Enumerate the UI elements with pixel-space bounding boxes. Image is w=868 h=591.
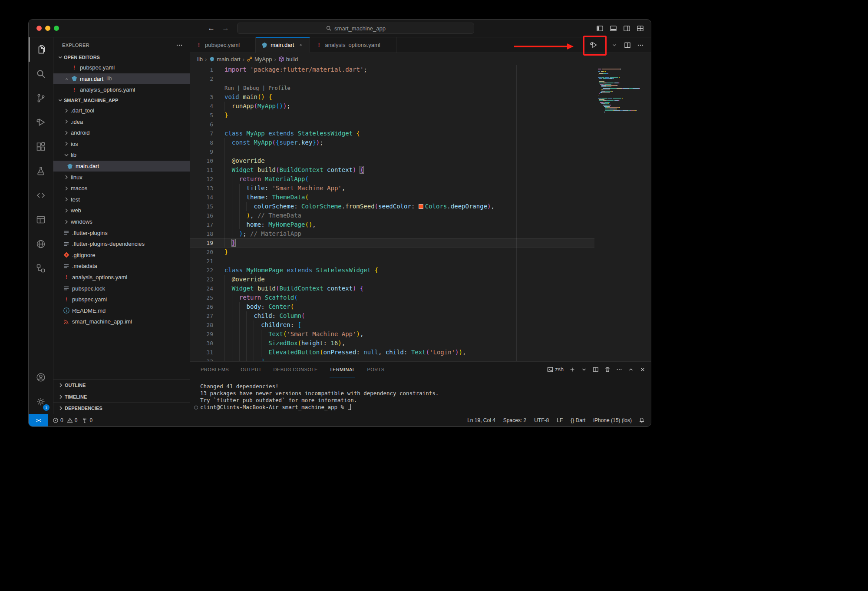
split-terminal-button[interactable]	[593, 366, 599, 373]
tree-item-.gitignore[interactable]: .gitignore	[53, 250, 190, 261]
section-timeline[interactable]: TIMELINE	[53, 391, 190, 403]
title-bar[interactable]: ← → smart_machine_app	[29, 20, 651, 37]
tree-item-.metadata[interactable]: .metadata	[53, 261, 190, 272]
run-or-debug-button[interactable]	[589, 37, 599, 53]
section-dependencies[interactable]: DEPENDENCIES	[53, 402, 190, 414]
codelens-run-debug-profile[interactable]: Run | Debug | Profile	[224, 85, 290, 91]
new-terminal-button[interactable]	[569, 366, 575, 373]
customize-layout-button[interactable]	[637, 25, 644, 32]
activity-live-preview[interactable]	[29, 232, 53, 256]
tree-item-.dart_tool[interactable]: .dart_tool	[53, 105, 190, 116]
go-back-button[interactable]: ←	[208, 24, 215, 33]
status-encoding[interactable]: UTF-8	[534, 417, 549, 423]
activity-references[interactable]	[29, 256, 53, 281]
close-window-button[interactable]	[36, 26, 42, 31]
remote-indicator[interactable]: ><	[29, 414, 48, 426]
terminal-prompt[interactable]: clint@Clints-MacBook-Air smart_machine_a…	[200, 404, 651, 411]
tree-item-README.md[interactable]: README.md	[53, 305, 190, 316]
tree-item-main.dart[interactable]: main.dart	[53, 161, 190, 172]
tree-item-ios[interactable]: ios	[53, 139, 190, 150]
activity-settings[interactable]: 1	[29, 390, 53, 414]
breadcrumb-build[interactable]: build	[278, 56, 298, 63]
close-panel-button[interactable]	[640, 366, 646, 373]
status-flutter-device[interactable]: iPhone (15) (ios)	[593, 417, 632, 423]
toggle-sidebar-button[interactable]	[596, 25, 604, 32]
tree-item-macos[interactable]: macos	[53, 183, 190, 194]
status-eol[interactable]: LF	[557, 417, 563, 423]
activity-search[interactable]	[29, 62, 53, 86]
status-language-mode[interactable]: {} Dart	[571, 417, 585, 423]
editor-more-actions-button[interactable]	[637, 37, 645, 53]
close-tab-button[interactable]	[297, 43, 304, 47]
run-dropdown-button[interactable]	[611, 37, 617, 53]
tree-item-web[interactable]: web	[53, 205, 190, 216]
breadcrumb-MyApp[interactable]: MyApp	[247, 56, 272, 63]
go-forward-button[interactable]: →	[222, 24, 229, 33]
section-outline[interactable]: OUTLINE	[53, 379, 190, 391]
tree-item-analysis_options.yaml[interactable]: !analysis_options.yaml	[53, 272, 190, 283]
maximize-panel-button[interactable]	[628, 366, 634, 373]
close-editor-button[interactable]	[63, 77, 70, 81]
line-content: home: MyHomePage(),	[224, 220, 594, 229]
panel-more-actions-button[interactable]	[616, 366, 622, 373]
tree-item-smart_machine_app.iml[interactable]: smart_machine_app.iml	[53, 316, 190, 327]
code-editor[interactable]: 1import 'package:flutter/material.dart';…	[190, 65, 594, 361]
panel-tab-debug-console[interactable]: DEBUG CONSOLE	[273, 362, 317, 377]
status-problems[interactable]: 0 0	[53, 417, 77, 423]
activity-explorer[interactable]	[29, 37, 53, 62]
terminal[interactable]: Changed 41 dependencies!13 packages have…	[190, 377, 651, 411]
open-editors-header[interactable]: OPEN EDITORS	[53, 53, 190, 62]
terminal-shell-button[interactable]: zsh	[547, 366, 564, 373]
minimap[interactable]	[594, 65, 651, 361]
file-label: macos	[71, 185, 87, 191]
panel-tab-problems[interactable]: PROBLEMS	[201, 362, 229, 377]
notifications-bell-icon[interactable]	[639, 417, 645, 423]
activity-project-manager[interactable]	[29, 208, 53, 232]
tree-item-.idea[interactable]: .idea	[53, 116, 190, 127]
activity-run-and-debug[interactable]	[29, 110, 53, 135]
panel-tab-output[interactable]: OUTPUT	[241, 362, 261, 377]
activity-source-control[interactable]	[29, 86, 53, 110]
breadcrumb-main.dart[interactable]: main.dart	[209, 56, 240, 63]
indent-guide	[261, 330, 261, 339]
activity-snippets[interactable]	[29, 183, 53, 208]
tree-item-.flutter-plugins-dependencies[interactable]: .flutter-plugins-dependencies	[53, 238, 190, 250]
bottom-panel: PROBLEMSOUTPUTDEBUG CONSOLETERMINALPORTS…	[190, 361, 651, 414]
toggle-secondary-sidebar-button[interactable]	[623, 25, 630, 32]
tree-item-pubspec.lock[interactable]: pubspec.lock	[53, 283, 190, 294]
code-line-2: 2	[190, 74, 594, 83]
panel-tab-ports[interactable]: PORTS	[367, 362, 384, 377]
command-center[interactable]: smart_machine_app	[237, 23, 474, 34]
tree-item-lib[interactable]: lib	[53, 149, 190, 161]
minimize-window-button[interactable]	[45, 26, 50, 31]
toggle-panel-button[interactable]	[610, 25, 617, 32]
panel-tab-terminal[interactable]: TERMINAL	[330, 362, 356, 377]
tree-item-android[interactable]: android	[53, 127, 190, 139]
terminal-profile-dropdown[interactable]	[581, 366, 587, 373]
tab-pubspec.yaml[interactable]: !pubspec.yaml	[190, 37, 256, 53]
kill-terminal-button[interactable]	[604, 366, 611, 373]
tree-item-pubspec.yaml[interactable]: !pubspec.yaml	[53, 294, 190, 305]
tree-item-test[interactable]: test	[53, 194, 190, 205]
tree-item-windows[interactable]: windows	[53, 216, 190, 228]
open-editor-pubspec.yaml[interactable]: !pubspec.yaml	[53, 62, 190, 73]
open-editor-main.dart[interactable]: main.dartlib	[53, 73, 190, 85]
code-line-32: 32 ],	[190, 357, 594, 361]
explorer-more-actions-button[interactable]	[176, 42, 183, 49]
project-root-header[interactable]: SMART_MACHINE_APP	[53, 96, 190, 105]
tree-item-.flutter-plugins[interactable]: .flutter-plugins	[53, 227, 190, 238]
open-editor-analysis_options.yaml[interactable]: !analysis_options.yaml	[53, 84, 190, 96]
activity-accounts[interactable]	[29, 365, 53, 390]
activity-testing[interactable]	[29, 159, 53, 183]
tree-item-linux[interactable]: linux	[53, 172, 190, 183]
zoom-window-button[interactable]	[54, 26, 59, 31]
breadcrumb-lib[interactable]: lib	[197, 56, 203, 63]
status-cursor-position[interactable]: Ln 19, Col 4	[467, 417, 495, 423]
activity-extensions[interactable]	[29, 135, 53, 159]
split-editor-button[interactable]	[624, 37, 632, 53]
tab-analysis_options.yaml[interactable]: !analysis_options.yaml	[310, 37, 396, 53]
tab-main.dart[interactable]: main.dart	[256, 37, 310, 53]
line-content	[224, 74, 594, 83]
status-ports[interactable]: 0	[82, 417, 92, 423]
status-indentation[interactable]: Spaces: 2	[503, 417, 526, 423]
